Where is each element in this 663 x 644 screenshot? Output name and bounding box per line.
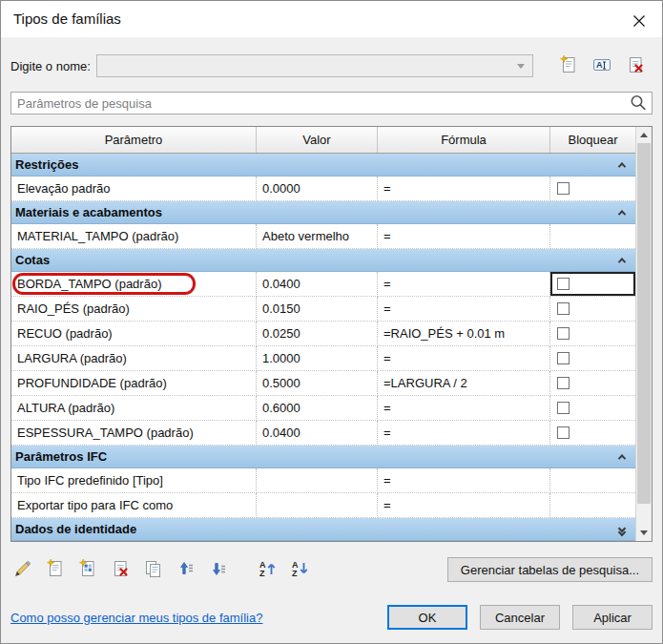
- value-cell[interactable]: 0.6000: [257, 396, 378, 421]
- lock-cell[interactable]: [550, 396, 635, 421]
- rename-type-button[interactable]: A: [590, 53, 614, 78]
- lock-cell[interactable]: [550, 272, 635, 297]
- help-link[interactable]: Como posso gerenciar meus tipos de famíl…: [10, 611, 262, 625]
- lock-checkbox[interactable]: [557, 327, 570, 340]
- lock-cell[interactable]: [550, 493, 635, 518]
- ok-button[interactable]: OK: [387, 605, 467, 630]
- edit-parameter-button[interactable]: [10, 557, 35, 582]
- move-up-button[interactable]: [173, 557, 197, 582]
- vertical-scrollbar[interactable]: [635, 127, 652, 541]
- lock-cell[interactable]: [550, 371, 635, 396]
- formula-cell[interactable]: =: [378, 396, 550, 421]
- lock-checkbox[interactable]: [557, 377, 570, 389]
- value-cell[interactable]: 0.0400: [257, 421, 378, 446]
- formula-cell[interactable]: =: [378, 177, 550, 201]
- parameter-name: LARGURA (padrão): [17, 351, 127, 365]
- parameter-name: MATERIAL_TAMPO (padrão): [17, 229, 178, 243]
- associate-parameter-button[interactable]: [75, 557, 100, 582]
- search-input[interactable]: [10, 92, 653, 114]
- value-cell[interactable]: 1.0000: [257, 346, 378, 371]
- formula-cell[interactable]: =: [378, 224, 550, 249]
- lock-cell[interactable]: [550, 468, 635, 493]
- value-cell[interactable]: [257, 493, 378, 518]
- section-header[interactable]: Cotas: [11, 249, 635, 272]
- formula-cell[interactable]: =: [378, 493, 550, 518]
- apply-button[interactable]: Aplicar: [572, 605, 653, 630]
- value-cell[interactable]: 0.0000: [257, 177, 378, 201]
- lock-checkbox[interactable]: [557, 278, 570, 290]
- parameter-name-cell[interactable]: RAIO_PÉS (padrão): [11, 297, 257, 322]
- collapse-section-chevron-icon[interactable]: [619, 154, 625, 176]
- lock-cell[interactable]: [550, 322, 635, 346]
- formula-cell[interactable]: =: [378, 421, 550, 446]
- parameter-name-cell[interactable]: RECUO (padrão): [11, 322, 257, 346]
- formula-cell[interactable]: =: [378, 297, 550, 322]
- duplicate-parameter-button[interactable]: [140, 557, 165, 582]
- lock-checkbox[interactable]: [557, 402, 570, 414]
- parameter-name-cell[interactable]: Tipo IFC predefinido [Tipo]: [11, 468, 257, 493]
- scrollbar-thumb[interactable]: [637, 143, 651, 504]
- value-cell[interactable]: Abeto vermelho: [257, 224, 378, 249]
- expand-section-chevron-icon[interactable]: [619, 518, 625, 540]
- column-header-valor[interactable]: Valor: [257, 127, 378, 153]
- parameter-name-cell[interactable]: Exportar tipo para IFC como: [11, 493, 257, 518]
- lock-cell[interactable]: [550, 346, 635, 371]
- lock-cell[interactable]: [550, 421, 635, 446]
- cancel-button[interactable]: Cancelar: [480, 605, 560, 630]
- parameter-name-cell[interactable]: BORDA_TAMPO (padrão): [11, 272, 257, 297]
- new-parameter-button[interactable]: [43, 557, 68, 582]
- parameter-toolbar: AZAZ Gerenciar tabelas de pesquisa...: [10, 556, 653, 583]
- lock-checkbox[interactable]: [557, 302, 570, 315]
- value-cell[interactable]: 0.0400: [257, 272, 378, 297]
- scroll-down-button[interactable]: [636, 525, 652, 541]
- formula-cell[interactable]: =: [378, 272, 550, 297]
- parameter-name-cell[interactable]: MATERIAL_TAMPO (padrão): [11, 224, 257, 249]
- parameter-name-cell[interactable]: ESPESSURA_TAMPO (padrão): [11, 421, 257, 446]
- scroll-up-button[interactable]: [636, 127, 652, 143]
- lock-checkbox[interactable]: [557, 426, 570, 439]
- new-type-button[interactable]: [556, 53, 581, 78]
- parameter-name: Exportar tipo para IFC como: [17, 498, 173, 512]
- collapse-section-chevron-icon[interactable]: [619, 201, 625, 223]
- svg-text:Z: Z: [259, 569, 265, 578]
- value-cell[interactable]: [257, 468, 378, 493]
- delete-type-button[interactable]: [623, 53, 648, 78]
- parameter-name-cell[interactable]: Elevação padrão: [11, 177, 257, 201]
- formula-cell[interactable]: =: [378, 468, 550, 493]
- value-cell[interactable]: 0.0150: [257, 297, 378, 322]
- delete-parameter-button[interactable]: [108, 557, 133, 582]
- parameter-name-cell[interactable]: PROFUNDIDADE (padrão): [11, 371, 257, 396]
- value-cell[interactable]: 0.5000: [257, 371, 378, 396]
- parameter-name-cell[interactable]: LARGURA (padrão): [11, 346, 257, 371]
- section-header[interactable]: Parâmetros IFC: [11, 446, 635, 468]
- parameters-grid: Parâmetro Valor Fórmula Bloquear Restriç…: [11, 127, 635, 541]
- search-icon[interactable]: [628, 93, 649, 117]
- sort-ascending-button[interactable]: AZ: [255, 557, 280, 582]
- lock-cell[interactable]: [550, 177, 635, 201]
- value-cell[interactable]: 0.0250: [257, 322, 378, 346]
- column-header-formula[interactable]: Fórmula: [378, 127, 550, 153]
- type-name-combobox[interactable]: [96, 54, 533, 77]
- lock-cell[interactable]: [550, 224, 635, 249]
- table-body: RestriçõesElevação padrão0.0000=Materiai…: [11, 154, 635, 541]
- formula-cell[interactable]: =: [378, 346, 550, 371]
- formula-cell[interactable]: =LARGURA / 2: [378, 371, 550, 396]
- section-header[interactable]: Dados de identidade: [11, 518, 635, 541]
- column-header-parametro[interactable]: Parâmetro: [11, 127, 257, 153]
- formula-cell[interactable]: =RAIO_PÉS + 0.01 m: [378, 322, 550, 346]
- lock-checkbox[interactable]: [557, 182, 570, 195]
- collapse-section-chevron-icon[interactable]: [619, 249, 625, 271]
- manage-lookup-tables-button[interactable]: Gerenciar tabelas de pesquisa...: [447, 557, 653, 582]
- lock-cell[interactable]: [550, 297, 635, 322]
- move-down-button[interactable]: [205, 557, 230, 582]
- section-header[interactable]: Restrições: [11, 154, 635, 177]
- section-header[interactable]: Materiais e acabamentos: [11, 201, 635, 224]
- close-button[interactable]: [626, 10, 653, 31]
- page-delete-icon: [110, 558, 131, 582]
- lock-checkbox[interactable]: [557, 352, 570, 364]
- collapse-section-chevron-icon[interactable]: [619, 446, 625, 467]
- type-buttons-group: A: [556, 53, 648, 78]
- sort-descending-button[interactable]: AZ: [287, 557, 312, 582]
- column-header-bloquear[interactable]: Bloquear: [550, 127, 635, 153]
- parameter-name-cell[interactable]: ALTURA (padrão): [11, 396, 257, 421]
